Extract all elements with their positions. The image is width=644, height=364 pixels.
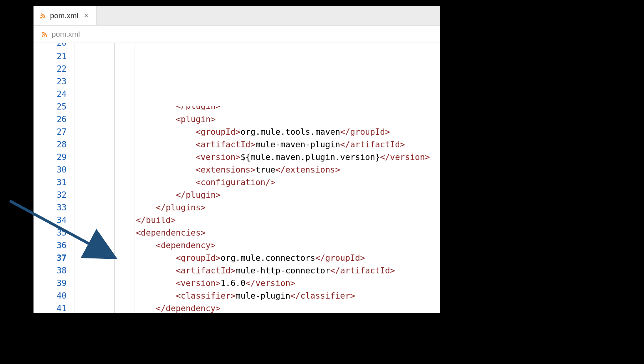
code-content[interactable]: </plugin> <plugin> <groupId>org.mule.too… — [75, 43, 440, 313]
line-number: 41 — [34, 302, 67, 313]
tab-bar: pom.xml × — [34, 6, 440, 26]
code-line[interactable]: </plugin> — [76, 106, 440, 113]
code-line[interactable]: <version>${mule.maven.plugin.version}</v… — [76, 151, 440, 163]
code-line[interactable]: </build> — [76, 214, 440, 227]
code-line[interactable]: <classifier>mule-plugin</classifier> — [76, 290, 440, 302]
code-line[interactable]: <configuration/> — [76, 176, 440, 189]
line-number: 31 — [34, 176, 67, 189]
tab-pom-xml[interactable]: pom.xml × — [34, 6, 97, 25]
rss-icon — [41, 31, 48, 37]
rss-icon — [40, 13, 46, 19]
tab-label: pom.xml — [50, 11, 78, 20]
line-number: 34 — [34, 214, 67, 227]
line-number: 36 — [34, 239, 67, 252]
close-icon[interactable]: × — [82, 11, 90, 20]
code-line[interactable]: <extensions>true</extensions> — [76, 163, 440, 176]
breadcrumb: pom.xml — [34, 26, 440, 43]
line-number: 24 — [34, 88, 67, 100]
line-number: 27 — [34, 126, 67, 138]
line-number: 39 — [34, 277, 67, 290]
code-line[interactable]: <artifactId>mule-maven-plugin</artifactI… — [76, 138, 440, 151]
line-number: 38 — [34, 264, 67, 277]
line-number-gutter: 2021222324252627282930313233343536373839… — [34, 43, 75, 313]
code-line[interactable]: <groupId>org.mule.connectors</groupId> — [76, 252, 440, 264]
code-line[interactable]: <artifactId>mule-http-connector</artifac… — [76, 264, 440, 277]
editor-window: pom.xml × pom.xml 2021222324252627282930… — [34, 6, 440, 313]
breadcrumb-label[interactable]: pom.xml — [52, 30, 80, 39]
code-line[interactable]: <groupId>org.mule.tools.maven</groupId> — [76, 126, 440, 138]
code-area[interactable]: 2021222324252627282930313233343536373839… — [34, 43, 440, 313]
line-number: 33 — [34, 201, 67, 214]
code-line[interactable]: <dependencies> — [76, 227, 440, 239]
code-line[interactable]: <plugin> — [76, 113, 440, 126]
line-number: 32 — [34, 189, 67, 201]
code-line[interactable]: </plugin> — [76, 189, 440, 201]
line-number: 40 — [34, 290, 67, 302]
code-line[interactable]: <version>1.6.0</version> — [76, 277, 440, 290]
line-number: 35 — [34, 227, 67, 239]
line-number: 28 — [34, 138, 67, 151]
line-number: 25 — [34, 100, 67, 113]
line-number: 26 — [34, 113, 67, 126]
line-number: 21 — [34, 50, 67, 63]
line-number: 20 — [34, 43, 67, 50]
code-line[interactable]: </dependency> — [76, 302, 440, 313]
line-number: 23 — [34, 75, 67, 88]
code-line[interactable]: <dependency> — [76, 239, 440, 252]
line-number: 22 — [34, 63, 67, 75]
line-number: 29 — [34, 151, 67, 163]
code-line[interactable]: </plugins> — [76, 201, 440, 214]
line-number: 30 — [34, 163, 67, 176]
line-number: 37 — [34, 252, 67, 264]
